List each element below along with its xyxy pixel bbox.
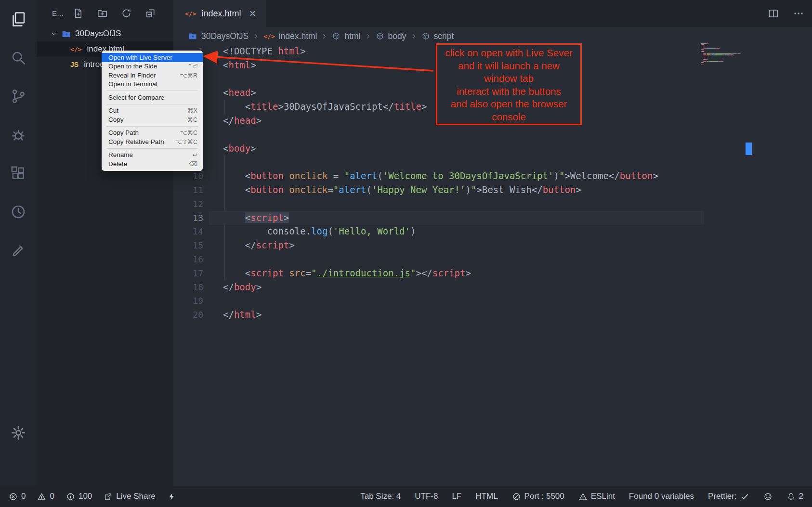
annotation-text: interact with the buttons (437, 85, 580, 98)
search-icon[interactable] (10, 49, 27, 66)
more-actions-icon[interactable] (793, 8, 804, 19)
code-line-11[interactable]: <button onclick="alert('Happy New Year!'… (223, 183, 581, 197)
status-encoding[interactable]: UTF-8 (415, 492, 438, 501)
menu-item-copy-path[interactable]: Copy Path⌥⌘C (102, 129, 203, 138)
status-feedback[interactable] (763, 492, 773, 501)
menu-separator (106, 148, 198, 149)
code-line-18[interactable]: </body> (223, 280, 262, 294)
chevron-right-icon (321, 33, 328, 40)
breadcrumb-label: index.html (279, 31, 317, 41)
folder-icon (188, 31, 197, 41)
minimap-segment (708, 43, 708, 44)
menu-item-delete[interactable]: Delete⌫ (102, 159, 203, 169)
activity-bar (0, 0, 37, 486)
menu-item-label: Select for Compare (108, 94, 164, 101)
minimap[interactable] (701, 43, 745, 77)
code-line-20[interactable]: </html> (223, 308, 262, 322)
status-notifications[interactable]: 2 (786, 492, 803, 501)
status-eol[interactable]: LF (452, 492, 461, 501)
tab-index-html[interactable]: </> index.html × (173, 0, 266, 27)
chevron-right-icon (365, 33, 372, 40)
html-file-icon: </> (185, 10, 196, 17)
menu-item-open-to-the-side[interactable]: Open to the Side⌃⏎ (102, 62, 203, 71)
menu-item-open-in-terminal[interactable]: Open in Terminal (102, 80, 203, 89)
tab-close-icon[interactable]: × (249, 8, 256, 19)
menu-item-select-for-compare[interactable]: Select for Compare (102, 93, 203, 102)
history-icon[interactable] (10, 203, 27, 221)
minimap-segment (703, 51, 704, 52)
slash-icon (512, 492, 521, 501)
status-label: 2 (799, 492, 803, 501)
breadcrumb-script[interactable]: script (421, 31, 454, 41)
editor-tab-bar: </> index.html × (173, 0, 812, 27)
menu-item-label: Delete (108, 160, 127, 168)
collapse-folders-icon[interactable] (145, 8, 156, 19)
refresh-explorer-icon[interactable] (121, 8, 132, 19)
breadcrumb-body[interactable]: body (376, 31, 406, 41)
settings-gear-icon[interactable] (10, 424, 27, 442)
menu-item-copy-relative-path[interactable]: Copy Relative Path⌥⇧⌘C (102, 137, 203, 146)
menu-item-label: Cut (108, 107, 118, 114)
scrollbar-marker[interactable] (746, 143, 752, 155)
menu-item-cut[interactable]: Cut⌘X (102, 106, 203, 116)
extensions-icon[interactable] (10, 165, 27, 182)
line-number-10: 10 (173, 169, 203, 183)
menu-item-open-with-live-server[interactable]: Open with Live Server (102, 53, 203, 62)
breadcrumb-index-html[interactable]: </>index.html (263, 31, 317, 41)
status-problems-errors[interactable]: 0 (9, 492, 26, 501)
status-language-mode[interactable]: HTML (475, 492, 498, 501)
menu-item-label: Reveal in Finder (108, 72, 156, 79)
symbol-cube-icon (332, 32, 341, 40)
menu-item-shortcut: ⌘C (187, 116, 197, 123)
code-line-13[interactable]: <script> (223, 211, 289, 225)
breadcrumb-label: body (388, 31, 406, 41)
status-port[interactable]: Port : 5500 (512, 492, 564, 501)
status-variables[interactable]: Found 0 variables (629, 492, 694, 501)
folder-icon (61, 29, 71, 39)
code-line-5[interactable]: <title>30DaysOfJavaScript</title> (223, 100, 427, 114)
menu-item-rename[interactable]: Rename↩ (102, 151, 203, 160)
new-file-icon[interactable] (73, 8, 84, 19)
status-eslint[interactable]: ESLint (578, 492, 615, 501)
split-editor-icon[interactable] (768, 8, 779, 19)
new-folder-icon[interactable] (97, 8, 108, 19)
line-number-17: 17 (173, 266, 203, 280)
code-line-1[interactable]: <!DOCTYPE html> (223, 44, 306, 58)
menu-item-copy[interactable]: Copy⌘C (102, 115, 203, 124)
menu-item-reveal-in-finder[interactable]: Reveal in Finder⌥⌘R (102, 71, 203, 80)
status-live-share[interactable]: Live Share (104, 492, 155, 501)
status-label: 0 (21, 492, 26, 501)
menu-item-shortcut: ⌥⇧⌘C (175, 138, 197, 145)
root-folder-label: 30DaysOfJS (75, 29, 121, 39)
status-tab-size[interactable]: Tab Size: 4 (360, 492, 401, 501)
code-line-8[interactable]: <body> (223, 142, 256, 156)
tab-title: index.html (201, 9, 241, 19)
menu-item-shortcut: ⌥⌘R (180, 72, 197, 79)
code-line-14[interactable]: console.log('Hello, World') (223, 224, 416, 238)
menu-item-shortcut: ⌥⌘C (180, 129, 197, 136)
tree-root-folder[interactable]: 30DaysOfJS (37, 26, 173, 41)
source-control-icon[interactable] (10, 88, 27, 105)
snippets-icon[interactable] (10, 242, 27, 259)
code-line-2[interactable]: <html> (223, 58, 256, 72)
status-prettier[interactable]: Prettier: (708, 492, 749, 501)
explorer-icon[interactable] (10, 11, 27, 28)
run-debug-icon[interactable] (10, 126, 27, 143)
code-line-10[interactable]: <button onclick = "alert('Welcome to 30D… (223, 169, 658, 183)
status-quick-action[interactable] (167, 492, 176, 501)
breadcrumb-html[interactable]: html (332, 31, 360, 41)
line-number-18: 18 (173, 280, 203, 294)
code-line-6[interactable]: </head> (223, 114, 262, 128)
status-label: Live Share (116, 492, 155, 501)
code-line-4[interactable]: <head> (223, 86, 256, 100)
symbol-cube-icon (376, 32, 384, 40)
code-line-15[interactable]: </script> (223, 238, 295, 252)
line-number-12: 12 (173, 197, 203, 211)
code-line-17[interactable]: <script src="./introduction.js"></script… (223, 266, 471, 280)
status-problems-warnings[interactable]: 0 (37, 492, 54, 501)
status-label: 100 (79, 492, 92, 501)
breadcrumb-30daysofjs[interactable]: 30DaysOfJS (188, 31, 249, 41)
minimap-segment (703, 57, 706, 58)
status-info-count[interactable]: 100 (66, 492, 92, 501)
share-icon (104, 492, 113, 501)
